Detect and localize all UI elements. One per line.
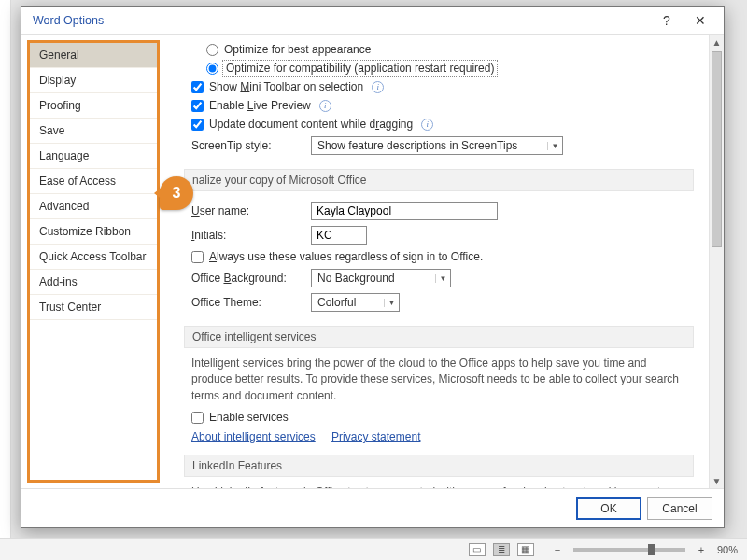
- statusbar: ▭ ≣ ▦ − + 90%: [0, 538, 747, 560]
- view-web-layout-icon[interactable]: ▦: [517, 543, 534, 556]
- zoom-out-button[interactable]: −: [551, 544, 564, 555]
- office-theme-label: Office Theme:: [191, 296, 303, 309]
- word-options-dialog: Word Options ? ✕ General Display Proofin…: [21, 6, 725, 528]
- checkbox-live-preview[interactable]: [191, 100, 204, 112]
- checkbox-update-dragging[interactable]: [191, 119, 204, 131]
- scrollbar-thumb[interactable]: [712, 51, 722, 247]
- dialog-footer: OK Cancel: [21, 488, 724, 527]
- zoom-in-button[interactable]: +: [695, 544, 708, 555]
- zoom-level[interactable]: 90%: [717, 544, 738, 555]
- options-sidebar: General Display Proofing Save Language E…: [27, 40, 160, 483]
- scroll-down-icon[interactable]: ▼: [710, 473, 724, 488]
- office-theme-combo[interactable]: Colorful ▼: [311, 293, 400, 312]
- checkbox-always-use-values[interactable]: [191, 251, 204, 263]
- checkbox-mini-toolbar[interactable]: [191, 81, 204, 93]
- intelligent-services-description: Intelligent services bring the power of …: [184, 356, 694, 404]
- ok-button[interactable]: OK: [576, 497, 641, 520]
- sidebar-item-add-ins[interactable]: Add-ins: [30, 270, 157, 295]
- section-personalize-title: nalize your copy of Microsoft Office: [184, 169, 694, 191]
- sidebar-item-quick-access-toolbar[interactable]: Quick Access Toolbar: [30, 245, 157, 270]
- zoom-slider-thumb[interactable]: [648, 544, 655, 555]
- screentip-style-label: ScreenTip style:: [191, 139, 303, 152]
- sidebar-item-general[interactable]: General: [30, 43, 157, 68]
- sidebar-item-customize-ribbon[interactable]: Customize Ribbon: [30, 219, 157, 245]
- tutorial-step-badge: 3: [160, 176, 193, 210]
- radio-optimize-compatibility[interactable]: [206, 63, 218, 75]
- checkbox-update-dragging-label: Update document content while dragging: [209, 118, 413, 131]
- dialog-titlebar: Word Options ? ✕: [21, 7, 724, 35]
- radio-optimize-appearance-label: Optimize for best appearance: [224, 43, 371, 56]
- section-linkedin-title: LinkedIn Features: [184, 455, 694, 477]
- close-button[interactable]: ✕: [684, 10, 716, 31]
- radio-optimize-compatibility-label: Optimize for compatibility (application …: [224, 62, 496, 75]
- chevron-down-icon: ▼: [384, 299, 399, 307]
- chevron-down-icon: ▼: [435, 274, 450, 283]
- scroll-up-icon[interactable]: ▲: [710, 35, 724, 49]
- cancel-button[interactable]: Cancel: [647, 497, 712, 520]
- info-icon[interactable]: i: [421, 119, 433, 131]
- help-button[interactable]: ?: [651, 10, 683, 31]
- link-privacy-statement[interactable]: Privacy statement: [331, 430, 420, 443]
- dialog-title: Word Options: [33, 14, 651, 27]
- office-theme-value: Colorful: [312, 296, 384, 309]
- info-icon[interactable]: i: [319, 100, 331, 112]
- linkedin-description: Use LinkedIn features in Office to stay …: [184, 484, 694, 488]
- office-background-value: No Background: [312, 272, 435, 285]
- sidebar-item-trust-center[interactable]: Trust Center: [30, 295, 157, 320]
- initials-label: Initials:: [191, 229, 303, 242]
- checkbox-live-preview-label: Enable Live Preview: [209, 99, 311, 112]
- office-background-combo[interactable]: No Background ▼: [311, 269, 451, 287]
- view-read-mode-icon[interactable]: ▭: [469, 543, 486, 556]
- checkbox-enable-services-label: Enable services: [209, 411, 289, 424]
- options-general-panel: Optimize for best appearance Optimize fo…: [165, 35, 709, 488]
- background-app-strip: [0, 0, 11, 538]
- sidebar-item-ease-of-access[interactable]: Ease of Access: [30, 169, 157, 194]
- chevron-down-icon: ▼: [547, 142, 562, 150]
- sidebar-item-display[interactable]: Display: [30, 68, 157, 93]
- radio-optimize-appearance[interactable]: [206, 44, 218, 56]
- sidebar-item-save[interactable]: Save: [30, 119, 157, 144]
- initials-input[interactable]: [311, 226, 367, 245]
- section-intelligent-services-title: Office intelligent services: [184, 326, 694, 348]
- vertical-scrollbar[interactable]: ▲ ▼: [709, 35, 724, 488]
- link-about-intelligent-services[interactable]: About intelligent services: [191, 430, 316, 443]
- username-input[interactable]: [311, 202, 498, 220]
- sidebar-item-advanced[interactable]: Advanced: [30, 194, 157, 219]
- screentip-style-value: Show feature descriptions in ScreenTips: [312, 139, 547, 152]
- view-print-layout-icon[interactable]: ≣: [493, 543, 510, 556]
- sidebar-item-proofing[interactable]: Proofing: [30, 93, 157, 119]
- zoom-slider[interactable]: [573, 548, 685, 552]
- checkbox-enable-services[interactable]: [191, 412, 204, 424]
- username-label: User name:: [191, 204, 303, 217]
- checkbox-mini-toolbar-label: Show Mini Toolbar on selection: [209, 80, 363, 93]
- checkbox-always-use-values-label: Always use these values regardless of si…: [209, 250, 483, 263]
- office-background-label: Office Background:: [191, 272, 303, 285]
- info-icon[interactable]: i: [372, 81, 384, 93]
- sidebar-item-language[interactable]: Language: [30, 144, 157, 169]
- screentip-style-combo[interactable]: Show feature descriptions in ScreenTips …: [311, 136, 563, 155]
